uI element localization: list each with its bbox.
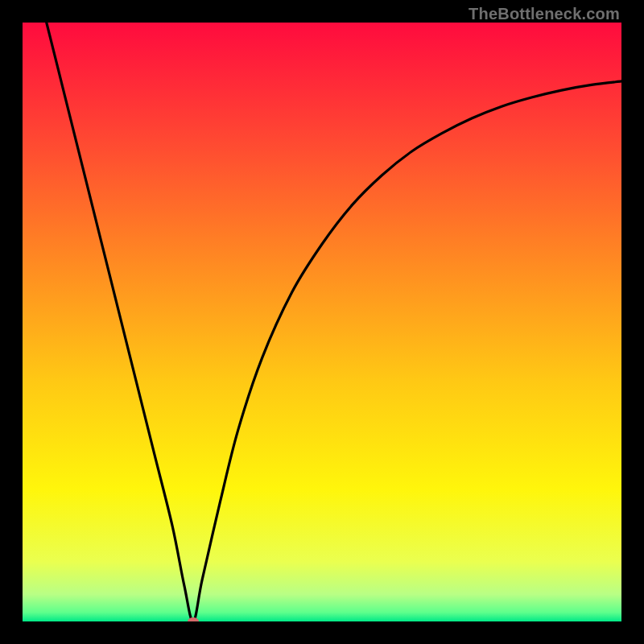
bottleneck-chart	[23, 23, 621, 621]
chart-background	[23, 23, 621, 621]
watermark: TheBottleneck.com	[469, 5, 620, 23]
chart-frame	[23, 23, 621, 621]
